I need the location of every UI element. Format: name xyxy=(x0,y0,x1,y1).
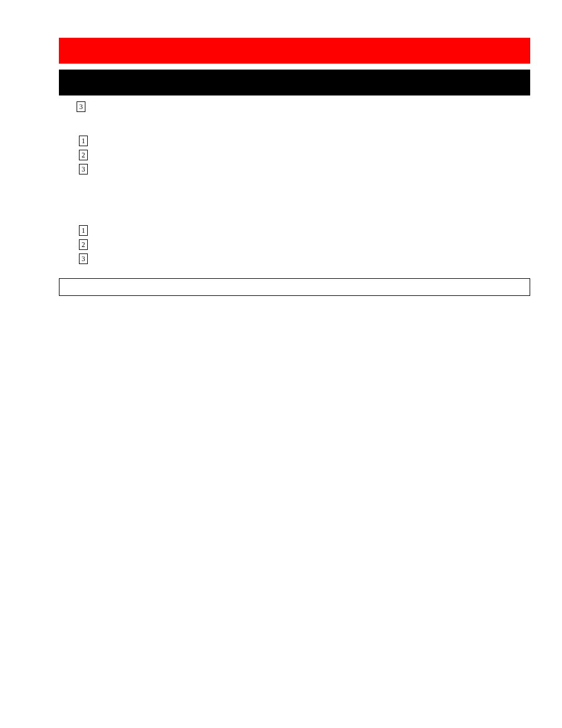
item-number: 3 xyxy=(77,101,85,112)
item-number: 3 xyxy=(79,164,88,174)
list-item: 1 xyxy=(79,136,530,146)
list-a: 1 2 3 xyxy=(79,136,530,174)
list-item: 1 xyxy=(79,225,530,236)
list-item: 2 xyxy=(79,239,530,250)
item-number: 3 xyxy=(79,253,88,264)
list-item: 3 xyxy=(79,253,530,264)
list-item: 2 xyxy=(79,150,530,160)
list-b: 1 2 3 xyxy=(79,225,530,264)
content-box xyxy=(59,278,530,296)
item-number: 2 xyxy=(79,239,88,250)
item-number: 2 xyxy=(79,150,88,160)
list-item: 3 xyxy=(79,164,530,174)
red-header-bar xyxy=(59,38,530,64)
top-numbered-item: 3 xyxy=(77,101,530,112)
black-header-bar xyxy=(59,70,530,95)
item-number: 1 xyxy=(79,136,88,146)
item-number: 1 xyxy=(79,225,88,236)
